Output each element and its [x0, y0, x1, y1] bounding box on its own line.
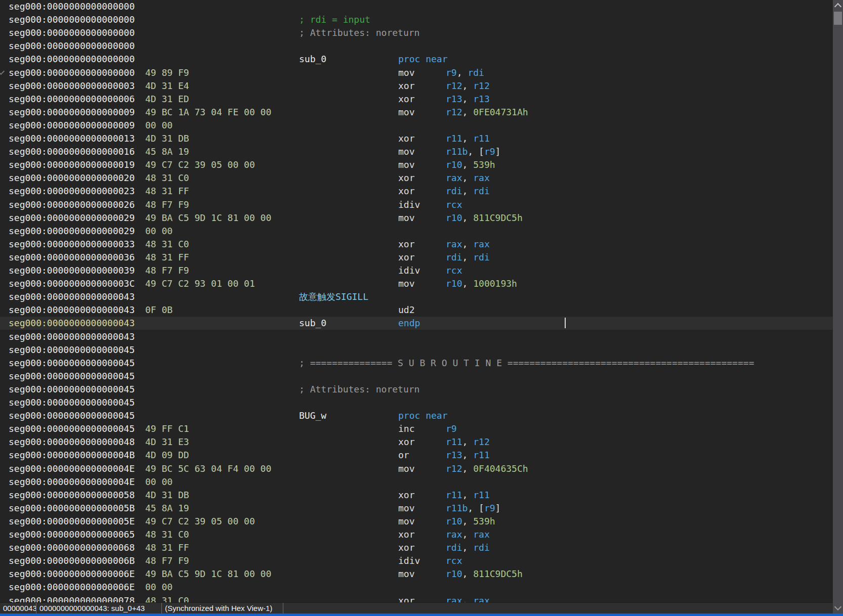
address: seg000:0000000000000065	[9, 528, 135, 541]
disasm-line[interactable]: seg000:0000000000000045	[0, 343, 833, 357]
disasm-line[interactable]: seg000:000000000000004E49 BC 5C 63 04 F4…	[0, 462, 833, 475]
disasm-line[interactable]: seg000:0000000000000043sub_0endp	[0, 317, 833, 330]
operands: rcx	[446, 264, 462, 277]
address: seg000:0000000000000013	[9, 132, 135, 145]
register: r13	[473, 94, 490, 104]
register: rax	[473, 529, 490, 540]
disasm-line[interactable]: seg000:000000000000006548 31 C0xorrax, r…	[0, 528, 833, 541]
scroll-down-button[interactable]	[833, 602, 843, 612]
disasm-line[interactable]: seg000:0000000000000043	[0, 330, 833, 343]
opcode-bytes: 49 BA C5 9D 1C 81 00 00	[145, 211, 271, 225]
address: seg000:0000000000000020	[9, 171, 135, 185]
disasm-line[interactable]: seg000:0000000000000000; Attributes: nor…	[0, 26, 833, 39]
disasm-line[interactable]: seg000:0000000000000000	[0, 0, 833, 13]
address: seg000:0000000000000043	[9, 290, 135, 303]
status-address: 00000043	[0, 603, 36, 614]
operands: rcx	[446, 554, 462, 567]
disasm-line[interactable]: seg000:0000000000000045BUG_wproc near	[0, 409, 833, 422]
disasm-line[interactable]: seg000:000000000000002648 F7 F9idivrcx	[0, 198, 833, 211]
disasm-line[interactable]: seg000:000000000000000049 89 F9movr9, rd…	[0, 66, 833, 79]
address: seg000:000000000000004E	[9, 462, 135, 475]
punctuation: ,	[462, 186, 474, 196]
address: seg000:0000000000000006	[9, 93, 135, 106]
disasm-line[interactable]: seg000:000000000000005B45 8A 19movr11b, …	[0, 502, 833, 515]
disassembly-listing[interactable]: seg000:0000000000000000seg000:0000000000…	[0, 0, 833, 603]
address: seg000:0000000000000043	[9, 330, 135, 343]
register: r12	[473, 80, 490, 91]
mnemonic: inc	[398, 422, 415, 435]
address: seg000:0000000000000009	[9, 119, 135, 132]
opcode-bytes: 00 00	[145, 225, 173, 238]
register: rcx	[446, 265, 462, 276]
disasm-line[interactable]: seg000:000000000000003348 31 C0xorrax, r…	[0, 238, 833, 251]
disasm-line[interactable]: seg000:000000000000006E49 BA C5 9D 1C 81…	[0, 567, 833, 581]
address: seg000:0000000000000000	[9, 39, 135, 53]
mnemonic: xor	[398, 79, 415, 93]
operands: r9, rdi	[446, 66, 484, 79]
address: seg000:000000000000006E	[9, 567, 135, 581]
disasm-line[interactable]: seg000:000000000000001949 C7 C2 39 05 00…	[0, 158, 833, 171]
disasm-line[interactable]: seg000:0000000000000045	[0, 370, 833, 383]
disasm-line[interactable]: seg000:00000000000000064D 31 EDxorr13, r…	[0, 93, 833, 106]
address: seg000:000000000000004B	[9, 449, 135, 462]
vertical-scrollbar[interactable]	[833, 0, 843, 613]
address: seg000:0000000000000000	[9, 0, 135, 13]
address: seg000:0000000000000000	[9, 53, 135, 66]
status-bar: 00000043 0000000000000043: sub_0+43 (Syn…	[0, 602, 833, 613]
disasm-line[interactable]: seg000:000000000000006B48 F7 F9idivrcx	[0, 554, 833, 567]
disasm-line[interactable]: seg000:000000000000004E00 00	[0, 475, 833, 489]
disasm-line[interactable]: seg000:00000000000000430F 0Bud2	[0, 303, 833, 317]
mnemonic: xor	[398, 238, 415, 251]
disasm-line[interactable]: seg000:000000000000007848 31 C0xorrax, r…	[0, 594, 833, 603]
register: rdi	[446, 542, 462, 553]
register: r12	[446, 107, 462, 117]
scrollbar-thumb[interactable]	[834, 12, 842, 25]
operands: rax, rax	[446, 594, 490, 603]
address: seg000:0000000000000029	[9, 211, 135, 225]
register: rdi	[446, 252, 462, 262]
opcode-bytes: 45 8A 19	[145, 145, 189, 158]
register: r10	[446, 278, 462, 289]
disasm-line[interactable]: seg000:0000000000000045; ===============…	[0, 357, 833, 370]
disasm-line[interactable]: seg000:0000000000000000	[0, 39, 833, 53]
register: r11	[446, 133, 462, 144]
disasm-line[interactable]: seg000:000000000000006E00 00	[0, 581, 833, 594]
opcode-bytes: 49 BC 1A 73 04 FE 00 00	[145, 106, 271, 119]
operands: r12, 0FE04731Ah	[446, 106, 528, 119]
disasm-line[interactable]: seg000:000000000000005E49 C7 C2 39 05 00…	[0, 515, 833, 528]
operands: rdi, rdi	[446, 185, 490, 198]
operands: r10, 1000193h	[446, 277, 517, 290]
disasm-line[interactable]: seg000:000000000000002949 BA C5 9D 1C 81…	[0, 211, 833, 225]
disasm-line[interactable]: seg000:000000000000004B4D 09 DDorr13, r1…	[0, 449, 833, 462]
comment: ; =============== S U B R O U T I N E ==…	[299, 357, 754, 370]
disasm-line[interactable]: seg000:000000000000003648 31 FFxorrdi, r…	[0, 251, 833, 264]
disasm-line[interactable]: seg000:00000000000000134D 31 DBxorr11, r…	[0, 132, 833, 145]
disasm-line[interactable]: seg000:000000000000003948 F7 F9idivrcx	[0, 264, 833, 277]
disasm-line[interactable]: seg000:000000000000002900 00	[0, 225, 833, 238]
disasm-line[interactable]: seg000:000000000000001645 8A 19movr11b, …	[0, 145, 833, 158]
immediate-value: 811C9DC5h	[473, 212, 523, 223]
scroll-up-button[interactable]	[833, 0, 843, 10]
disasm-line[interactable]: seg000:000000000000006848 31 FFxorrdi, r…	[0, 541, 833, 554]
disasm-line[interactable]: seg000:000000000000003C49 C7 C2 93 01 00…	[0, 277, 833, 290]
disasm-line[interactable]: seg000:000000000000002048 31 C0xorrax, r…	[0, 171, 833, 185]
disasm-line[interactable]: seg000:0000000000000045	[0, 396, 833, 409]
disasm-line[interactable]: seg000:0000000000000043故意触发SIGILL	[0, 290, 833, 303]
register: r11	[473, 490, 490, 500]
punctuation: ,	[462, 450, 474, 460]
disasm-line[interactable]: seg000:000000000000002348 31 FFxorrdi, r…	[0, 185, 833, 198]
disasm-line[interactable]: seg000:000000000000004549 FF C1incr9	[0, 422, 833, 435]
disasm-line[interactable]: seg000:00000000000000584D 31 DBxorr11, r…	[0, 489, 833, 502]
disasm-line[interactable]: seg000:0000000000000000; rdi = input	[0, 13, 833, 26]
disasm-line[interactable]: seg000:00000000000000484D 31 E3xorr11, r…	[0, 435, 833, 449]
disasm-line[interactable]: seg000:000000000000000949 BC 1A 73 04 FE…	[0, 106, 833, 119]
mnemonic: endp	[398, 317, 420, 330]
disasm-line[interactable]: seg000:0000000000000045; Attributes: nor…	[0, 383, 833, 396]
disasm-line[interactable]: seg000:000000000000000900 00	[0, 119, 833, 132]
disasm-line[interactable]: seg000:0000000000000000sub_0proc near	[0, 53, 833, 66]
punctuation: ,	[462, 239, 474, 249]
mnemonic: mov	[398, 145, 415, 158]
mnemonic: xor	[398, 251, 415, 264]
disasm-line[interactable]: seg000:00000000000000034D 31 E4xorr12, r…	[0, 79, 833, 93]
status-sync-message: (Synchronized with Hex View-1)	[162, 603, 283, 614]
